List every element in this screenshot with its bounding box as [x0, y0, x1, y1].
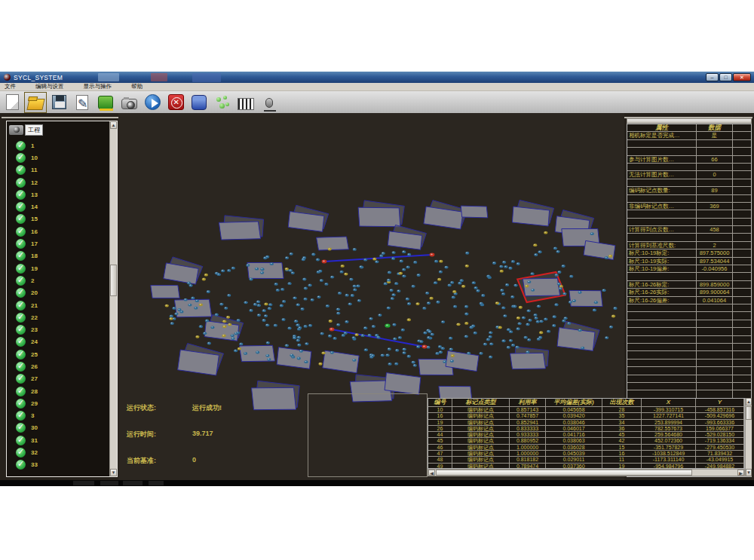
- marker-col-0[interactable]: 编号: [428, 399, 452, 406]
- stats-row[interactable]: [627, 140, 751, 148]
- scroll-thumb[interactable]: [110, 265, 117, 296]
- stats-row[interactable]: 相机标定是否完成…是: [627, 132, 751, 139]
- tree-item-1[interactable]: 1: [10, 139, 108, 151]
- marker-row[interactable]: 26编码标记点0.8333330.04601736782.557673159.0…: [428, 426, 744, 432]
- tree-item-25[interactable]: 25: [10, 348, 108, 360]
- tree-item-29[interactable]: 29: [10, 397, 108, 409]
- stats-row[interactable]: 标尺:10-19实际:897.534044: [627, 258, 751, 265]
- stats-row[interactable]: [627, 336, 751, 344]
- stats-row[interactable]: 标尺:16-26标定:899.859000: [627, 281, 751, 289]
- tree-item-21[interactable]: 21: [10, 299, 108, 311]
- tree-item-30[interactable]: 30: [10, 422, 108, 434]
- right-panel-scroll-strip[interactable]: [627, 118, 752, 124]
- tree-item-3[interactable]: 3: [10, 410, 108, 422]
- camera-frame[interactable]: [358, 207, 400, 227]
- marker-col-5[interactable]: X: [642, 399, 696, 406]
- camera-frame[interactable]: [569, 290, 602, 306]
- tree-item-16[interactable]: 16: [10, 225, 108, 237]
- tree-item-18[interactable]: 18: [10, 250, 108, 262]
- stats-row[interactable]: [627, 328, 751, 335]
- tree-item-15[interactable]: 15: [10, 213, 108, 225]
- stats-row[interactable]: [627, 375, 751, 383]
- scroll-left-arrow[interactable]: ◀: [428, 470, 435, 476]
- scroll-right-arrow[interactable]: ▶: [737, 470, 744, 476]
- open-folder-button[interactable]: [25, 93, 46, 112]
- tree-item-19[interactable]: 19: [10, 262, 108, 274]
- tree-item-27[interactable]: 27: [10, 373, 108, 385]
- marker-row[interactable]: 19编码标记点0.8529410.03804634253.899994-993.…: [428, 420, 744, 426]
- edit-button[interactable]: [72, 93, 93, 112]
- tree-item-13[interactable]: 13: [10, 188, 108, 200]
- menu-item-0[interactable]: 文件: [0, 83, 20, 90]
- tree-item-23[interactable]: 23: [10, 323, 108, 335]
- camera-frame[interactable]: [557, 328, 595, 351]
- tree-item-14[interactable]: 14: [10, 200, 108, 213]
- image-annotate-button[interactable]: [95, 93, 116, 112]
- scroll-down-arrow[interactable]: ▼: [746, 469, 752, 476]
- stats-row[interactable]: [627, 367, 751, 375]
- stats-row[interactable]: 标尺:10-19偏差:-0.040956: [627, 265, 751, 273]
- stats-row[interactable]: [627, 210, 751, 218]
- tree-item-26[interactable]: 26: [10, 360, 108, 372]
- stats-row[interactable]: [627, 219, 751, 226]
- window-view-button[interactable]: [188, 93, 210, 112]
- stats-row[interactable]: [627, 304, 751, 312]
- stats-row[interactable]: [627, 383, 751, 390]
- stats-row[interactable]: [627, 148, 751, 155]
- save-button[interactable]: [48, 93, 69, 112]
- camera-frame[interactable]: [317, 237, 349, 250]
- camera-frame[interactable]: [174, 299, 211, 317]
- marker-row[interactable]: 47编码标记点1.0000000.04503916-1038.51284971.…: [428, 451, 744, 457]
- marker-table-hscrollbar[interactable]: ◀ ▶: [428, 469, 745, 476]
- stats-row[interactable]: 标尺:16-26实际:899.900064: [627, 289, 751, 296]
- points-button[interactable]: [212, 93, 233, 112]
- scroll-up-arrow[interactable]: ▲: [110, 121, 117, 129]
- camera-frame[interactable]: [219, 222, 260, 240]
- microphone-button[interactable]: [259, 93, 280, 112]
- scroll-thumb[interactable]: [436, 470, 692, 476]
- menu-item-2[interactable]: 显示与操作: [79, 83, 117, 90]
- marker-row[interactable]: 16编码标记点0.7478570.039420351227.727141-509…: [428, 413, 744, 419]
- sidebar-scrollbar[interactable]: ▲ ▼: [109, 121, 117, 476]
- close-button[interactable]: ✕: [733, 73, 751, 81]
- marker-row[interactable]: 10编码标记点0.8571430.04565828-399.310715-458…: [428, 407, 744, 413]
- marker-col-3[interactable]: 平均偏差(实际): [546, 399, 602, 406]
- marker-row[interactable]: 48编码标记点0.8181820.02901111-1173.311140-43…: [428, 457, 744, 463]
- stats-row[interactable]: [627, 344, 751, 351]
- marker-col-1[interactable]: 标记点类型: [452, 399, 510, 406]
- tree-item-32[interactable]: 32: [10, 446, 108, 458]
- stats-row[interactable]: 无法计算图片数…0: [627, 171, 751, 179]
- ruler-button[interactable]: [235, 93, 256, 112]
- tree-item-24[interactable]: 24: [10, 336, 108, 348]
- tree-item-31[interactable]: 31: [10, 434, 108, 446]
- run-button[interactable]: [142, 93, 163, 112]
- stats-row[interactable]: [627, 164, 751, 171]
- camera-frame[interactable]: [247, 263, 284, 279]
- stats-row[interactable]: [627, 360, 751, 367]
- stats-row[interactable]: 计算得到基准尺数:2: [627, 242, 751, 249]
- tree-item-10[interactable]: 10: [10, 151, 108, 164]
- camera-frame[interactable]: [510, 353, 546, 369]
- stop-button[interactable]: [165, 93, 186, 112]
- camera-button[interactable]: [118, 93, 139, 112]
- stats-row[interactable]: [627, 351, 751, 359]
- tree-item-28[interactable]: 28: [10, 385, 108, 397]
- project-tab[interactable]: 工程: [25, 124, 43, 136]
- marker-row[interactable]: 44编码标记点0.9333330.04171645259.564680-529.…: [428, 432, 744, 438]
- marker-table-vscrollbar[interactable]: ▲ ▼: [745, 398, 752, 476]
- marker-col-4[interactable]: 出现次数: [602, 399, 642, 406]
- marker-row[interactable]: 49编码标记点0.7894740.03736019-954.984796-249…: [428, 464, 744, 469]
- marker-col-2[interactable]: 利用率: [510, 399, 546, 406]
- maximize-button[interactable]: □: [719, 73, 732, 81]
- menu-item-1[interactable]: 编辑与设置: [31, 83, 69, 90]
- tree-item-22[interactable]: 22: [10, 311, 108, 323]
- stats-row[interactable]: [627, 195, 751, 203]
- camera-frame[interactable]: [151, 286, 179, 298]
- stats-row[interactable]: 标尺:10-19标定:897.575000: [627, 249, 751, 257]
- tree-item-20[interactable]: 20: [10, 287, 108, 299]
- tree-item-2[interactable]: 2: [10, 274, 108, 286]
- stats-row[interactable]: 编码标记点数量:89: [627, 187, 751, 194]
- stats-row[interactable]: [627, 312, 751, 320]
- scroll-thumb[interactable]: [746, 406, 752, 420]
- marker-row[interactable]: 46编码标记点1.0000000.03602815-351.757829-279…: [428, 445, 744, 451]
